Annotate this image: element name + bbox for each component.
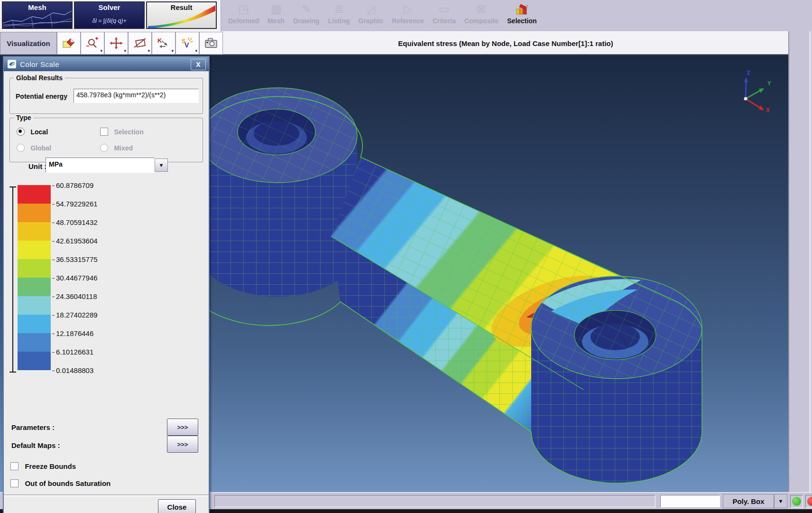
drawing-icon: ✎ <box>302 2 311 17</box>
color-scale-dialog-icon <box>8 60 16 68</box>
reframe-icon <box>133 37 147 49</box>
toolbar-item-graphic: ◿ Graphic <box>354 1 388 28</box>
scale-band[interactable] <box>18 352 51 370</box>
scale-band[interactable] <box>18 259 51 278</box>
toolbar-item-reference: ▷ Reference <box>388 1 428 28</box>
scale-band[interactable] <box>18 222 51 241</box>
type-local-option[interactable]: Local <box>17 128 48 136</box>
scale-band[interactable] <box>18 185 51 204</box>
camera-icon <box>204 37 218 49</box>
lighting-button[interactable]: S V ▾ <box>175 32 199 55</box>
close-button[interactable]: Close <box>158 499 196 513</box>
type-global-option: Global <box>17 144 51 152</box>
solver-formula-text: δl = ∫(δl(q·q)+ <box>75 18 144 24</box>
accept-button[interactable] <box>790 495 803 508</box>
mesh-image-icon: ▦ <box>271 2 282 17</box>
chevron-down-icon[interactable]: ▾ <box>195 49 197 53</box>
color-scale-dialog: Color Scale X Global Results Potential e… <box>3 56 210 513</box>
toolbar-item-criteria: ▭ Criteria <box>428 1 460 28</box>
scale-bracket-line[interactable] <box>12 187 13 373</box>
scale-tick-value: 48.70591432 <box>52 218 98 226</box>
out-of-bounds-option[interactable]: Out of bounds Saturation <box>10 479 111 488</box>
type-group: Type Local Selection Global Mixed <box>9 118 203 162</box>
zoom-button[interactable]: ▾ <box>81 32 104 55</box>
y-axis-label: Y <box>767 80 771 87</box>
selection-icon <box>515 2 528 17</box>
dialog-close-icon[interactable]: X <box>191 59 206 70</box>
scale-tick-value: 6.10126631 <box>52 348 93 356</box>
parameters-expand-button[interactable]: >>> <box>167 419 198 436</box>
scale-band[interactable] <box>18 333 51 352</box>
scale-tick-value: 24.36040118 <box>52 292 97 300</box>
dialog-separator <box>4 494 209 496</box>
checkbox-icon <box>100 128 108 136</box>
toolbar-item-deformed: ◳ Deformed <box>224 1 263 28</box>
svg-text:K: K <box>157 37 162 44</box>
scale-tick-value: 0.01488803 <box>52 366 93 374</box>
pan-icon <box>110 37 123 49</box>
toolbar-item-listing: ≣ Listing <box>323 1 354 28</box>
chevron-down-icon[interactable]: ▾ <box>124 49 126 53</box>
unit-select-arrow[interactable]: ▼ <box>155 159 168 172</box>
x-axis-label: X <box>766 106 770 113</box>
chevron-down-icon: ▼ <box>778 498 784 504</box>
toolbar-item-selection[interactable]: Selection <box>503 1 541 28</box>
scale-band[interactable] <box>18 204 51 222</box>
chevron-down-icon[interactable]: ▾ <box>148 49 150 53</box>
graphic-icon: ◿ <box>367 2 375 17</box>
scale-bracket-bottom <box>9 372 16 373</box>
z-axis-label: Z <box>747 69 750 76</box>
view-mode-button[interactable]: K ▾ <box>152 32 175 55</box>
checkbox-icon[interactable] <box>10 479 18 487</box>
scale-tick-value: 12.1876446 <box>52 329 93 337</box>
global-results-group: Global Results Potential energy 458.7978… <box>9 78 203 114</box>
unit-label: Unit : <box>28 162 46 170</box>
axes-triad <box>744 77 765 110</box>
checkbox-icon[interactable] <box>10 462 18 470</box>
radio-icon <box>17 144 25 152</box>
svg-text:V: V <box>185 41 189 49</box>
freeze-bounds-option[interactable]: Freeze Bounds <box>10 462 76 471</box>
scale-tick-value: 42.61953604 <box>52 237 98 245</box>
color-scale-bands <box>18 185 51 370</box>
scale-band[interactable] <box>18 315 51 333</box>
default-maps-expand-button[interactable]: >>> <box>167 436 198 453</box>
workbench-tab-label: Mesh <box>3 3 72 11</box>
radio-icon[interactable] <box>17 128 25 136</box>
scale-band[interactable] <box>18 278 51 296</box>
selection-mode-arrow[interactable]: ▼ <box>774 494 787 508</box>
chevron-down-icon[interactable]: ▾ <box>100 49 102 53</box>
toolbar-item-mesh: ▦ Mesh <box>263 1 289 28</box>
scale-band[interactable] <box>18 296 51 315</box>
workbench-tab-solver[interactable]: Solver δl = ∫(δl(q·q)+ <box>74 1 145 29</box>
type-mixed-option: Mixed <box>100 144 133 152</box>
cancel-button[interactable] <box>805 495 812 508</box>
snapshot-button[interactable] <box>199 32 223 55</box>
composite-icon: ⊠ <box>477 2 486 17</box>
listing-icon: ≣ <box>334 2 343 17</box>
pan-button[interactable]: ▾ <box>104 32 128 55</box>
dialog-titlebar[interactable]: Color Scale X <box>4 57 209 71</box>
type-selection-option: Selection <box>100 128 144 136</box>
application-window: { "icons": { "tool_dropdown": "▾", "drop… <box>0 0 812 513</box>
selection-mode-dropdown[interactable]: Poly. Box <box>723 494 774 508</box>
scale-tick-value: 60.8786709 <box>52 181 93 189</box>
dialog-title: Color Scale <box>20 60 59 68</box>
reframe-button[interactable]: ▾ <box>128 32 152 55</box>
visualization-toolbar-title[interactable]: Visualization <box>0 32 57 55</box>
unit-select[interactable]: MPa <box>46 158 155 173</box>
workbench-tab-result[interactable]: Result <box>146 1 217 29</box>
reference-icon: ▷ <box>404 2 412 17</box>
render-style-button[interactable] <box>57 32 81 55</box>
right-dock-panel <box>788 31 812 492</box>
scale-tick-value: 36.53315775 <box>52 255 98 263</box>
scale-tick-value: 18.27402289 <box>52 311 98 319</box>
top-toolbar: Mesh Solver δl = ∫(δl(q·q)+ Result ◳ <box>0 0 812 31</box>
potential-energy-label: Potential energy <box>16 93 67 100</box>
command-input[interactable] <box>660 495 720 507</box>
scale-band[interactable] <box>18 241 51 259</box>
potential-energy-value[interactable]: 458.7978e3 (kg*mm**2)/(s**2) <box>74 89 199 103</box>
chevron-down-icon: ▼ <box>159 162 164 168</box>
workbench-tab-mesh[interactable]: Mesh <box>2 1 73 29</box>
chevron-down-icon[interactable]: ▾ <box>171 49 174 53</box>
